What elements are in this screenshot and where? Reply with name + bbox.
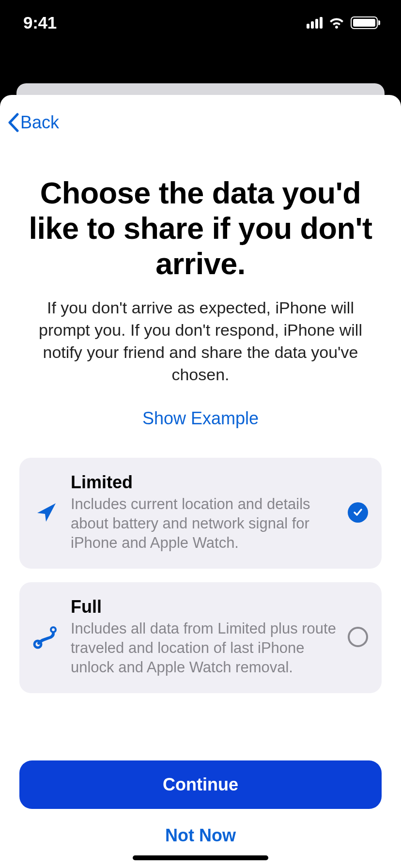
show-example-link[interactable]: Show Example bbox=[19, 408, 382, 429]
continue-button[interactable]: Continue bbox=[19, 760, 382, 809]
svg-point-1 bbox=[52, 628, 55, 631]
page-title: Choose the data you'd like to share if y… bbox=[19, 175, 382, 281]
checkmark-icon bbox=[353, 507, 363, 518]
page-subtitle: If you don't arrive as expected, iPhone … bbox=[19, 297, 382, 386]
home-indicator[interactable] bbox=[133, 855, 268, 860]
option-full[interactable]: Full Includes all data from Limited plus… bbox=[19, 582, 382, 693]
location-arrow-icon bbox=[31, 500, 62, 525]
option-full-radio[interactable] bbox=[348, 627, 368, 647]
modal-sheet: Back Choose the data you'd like to share… bbox=[0, 95, 401, 868]
back-button[interactable]: Back bbox=[7, 112, 59, 133]
status-time: 9:41 bbox=[23, 13, 57, 32]
chevron-left-icon bbox=[7, 112, 20, 133]
battery-icon bbox=[351, 16, 378, 29]
option-limited-title: Limited bbox=[71, 472, 339, 493]
status-bar: 9:41 bbox=[0, 0, 401, 50]
cellular-signal-icon bbox=[307, 17, 323, 29]
route-pin-icon bbox=[31, 625, 62, 649]
option-limited-desc: Includes current location and details ab… bbox=[71, 495, 339, 553]
wifi-icon bbox=[328, 17, 345, 29]
option-limited-radio[interactable] bbox=[348, 502, 368, 523]
option-full-desc: Includes all data from Limited plus rout… bbox=[71, 619, 339, 678]
option-limited[interactable]: Limited Includes current location and de… bbox=[19, 458, 382, 569]
back-label: Back bbox=[20, 112, 59, 133]
option-full-title: Full bbox=[71, 597, 339, 617]
status-indicators bbox=[307, 16, 378, 29]
not-now-button[interactable]: Not Now bbox=[19, 809, 382, 851]
